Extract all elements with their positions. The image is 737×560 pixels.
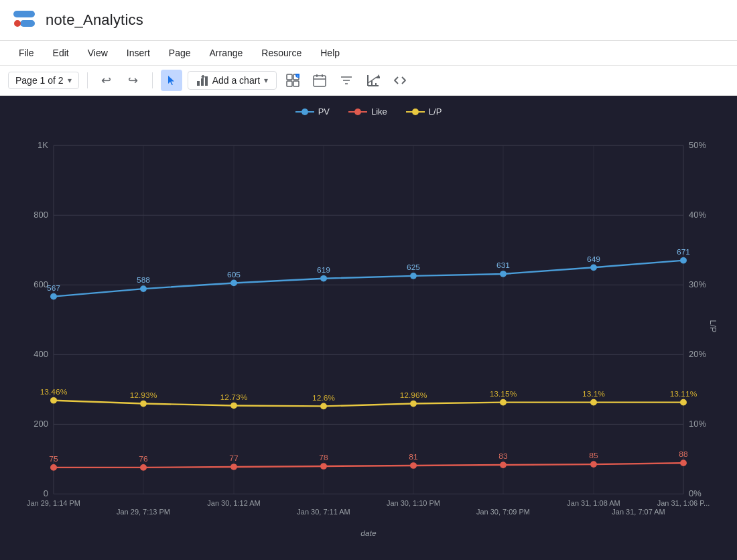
lp-label-2: 12.73% (220, 393, 248, 401)
svg-marker-26 (377, 74, 380, 78)
page-selector[interactable]: Page 1 of 2 ▾ (8, 72, 79, 89)
add-chart-button[interactable]: Add a chart ▾ (188, 71, 277, 90)
svg-rect-5 (201, 78, 204, 86)
like-label-3: 78 (319, 453, 328, 462)
like-label-6: 85 (589, 451, 598, 460)
svg-text:200: 200 (34, 419, 48, 429)
svg-rect-6 (205, 76, 208, 86)
svg-text:40%: 40% (689, 210, 706, 220)
menu-page[interactable]: Page (161, 44, 199, 62)
svg-rect-11 (287, 81, 292, 86)
like-dot-7 (680, 460, 687, 466)
x-label-3: Jan 30, 7:11 AM (297, 508, 350, 516)
like-label-1: 76 (139, 454, 148, 463)
pv-dot-6 (590, 265, 597, 271)
pv-label-7: 671 (677, 247, 690, 256)
filter-icon (340, 74, 353, 87)
like-label-7: 88 (679, 450, 688, 459)
grid-icon: + (286, 74, 299, 87)
svg-point-3 (14, 20, 21, 27)
pv-label-5: 631 (496, 261, 510, 269)
svg-rect-2 (20, 20, 35, 27)
svg-text:10%: 10% (689, 419, 706, 429)
app-header: note_Analytics (0, 0, 737, 41)
lp-label-0: 13.46% (40, 387, 68, 396)
menu-arrange[interactable]: Arrange (202, 44, 251, 62)
pv-dot-2 (230, 280, 237, 287)
svg-rect-1 (13, 11, 35, 17)
add-chart-icon (196, 74, 208, 86)
pv-dot-1 (140, 285, 147, 292)
lp-dot-0 (50, 397, 57, 404)
grid-button[interactable]: + (282, 70, 304, 91)
lp-label-7: 13.11% (670, 389, 697, 398)
like-dot-6 (590, 461, 597, 468)
menu-resource[interactable]: Resource (253, 44, 310, 62)
like-dot-3 (320, 463, 327, 470)
lp-dot-5 (500, 399, 507, 406)
lp-dot-3 (320, 403, 327, 410)
svg-rect-4 (197, 81, 200, 86)
lp-dot-4 (410, 401, 417, 407)
svg-text:400: 400 (34, 349, 48, 359)
svg-text:50%: 50% (689, 140, 706, 150)
toolbar-divider-1 (87, 72, 88, 88)
chart-area: PV Like L/P .axis-label { font-family: A… (0, 96, 737, 560)
like-label-2: 77 (229, 453, 238, 462)
svg-rect-9 (287, 74, 292, 80)
svg-text:+: + (297, 74, 299, 78)
pv-dot-7 (680, 257, 687, 264)
svg-rect-15 (314, 76, 326, 86)
like-line (54, 463, 683, 468)
svg-text:30%: 30% (689, 279, 706, 289)
chart-legend: PV Like L/P (0, 96, 737, 122)
svg-text:1K: 1K (38, 140, 48, 150)
undo-button[interactable]: ↩ (96, 70, 117, 91)
like-label-5: 83 (498, 452, 508, 461)
toolbar: Page 1 of 2 ▾ ↩ ↪ Add a chart ▾ + (0, 66, 737, 96)
x-label-4: Jan 30, 1:10 PM (387, 499, 440, 507)
x-axis-label: date (360, 529, 377, 537)
pointer-button[interactable] (161, 70, 182, 91)
menubar: File Edit View Insert Page Arrange Resou… (0, 41, 737, 66)
pv-label-4: 625 (407, 263, 420, 271)
legend-like-label: Like (371, 107, 387, 117)
menu-edit[interactable]: Edit (45, 44, 77, 62)
legend-like: Like (348, 107, 387, 117)
filter-button[interactable] (336, 70, 357, 91)
menu-view[interactable]: View (80, 44, 116, 62)
app-logo (11, 7, 38, 33)
like-dot-4 (410, 462, 417, 469)
x-label-5: Jan 30, 7:09 PM (476, 508, 530, 516)
menu-file[interactable]: File (11, 44, 42, 62)
svg-text:800: 800 (34, 210, 48, 220)
menu-help[interactable]: Help (312, 44, 348, 62)
x-label-6: Jan 31, 1:08 AM (567, 499, 620, 507)
like-dot-0 (50, 464, 57, 471)
chevron-down-icon: ▾ (68, 76, 72, 85)
legend-pv: PV (295, 107, 330, 117)
menu-insert[interactable]: Insert (119, 44, 158, 62)
svg-text:L/P: L/P (708, 320, 718, 333)
x-label-8: Jan 31, 1:06 P... (657, 499, 710, 507)
lp-line (54, 401, 683, 407)
code-button[interactable] (389, 70, 411, 91)
calendar-button[interactable] (309, 70, 330, 91)
calendar-icon (313, 74, 326, 87)
axis-icon (366, 74, 380, 87)
svg-text:20%: 20% (689, 349, 706, 359)
like-label-4: 81 (409, 453, 417, 462)
axis-button[interactable] (362, 70, 384, 91)
lp-dot-7 (680, 399, 687, 406)
pv-dot-4 (410, 273, 417, 279)
legend-lp-label: L/P (429, 107, 442, 117)
code-icon (393, 74, 407, 87)
like-dot-1 (140, 464, 147, 471)
redo-button[interactable]: ↪ (123, 70, 144, 91)
lp-label-3: 12.6% (312, 393, 336, 402)
pv-label-3: 619 (317, 265, 330, 274)
x-label-0: Jan 29, 1:14 PM (27, 499, 80, 507)
add-chart-dropdown-icon: ▾ (264, 76, 268, 85)
svg-rect-12 (293, 81, 299, 86)
pv-label-0: 567 (47, 283, 60, 292)
